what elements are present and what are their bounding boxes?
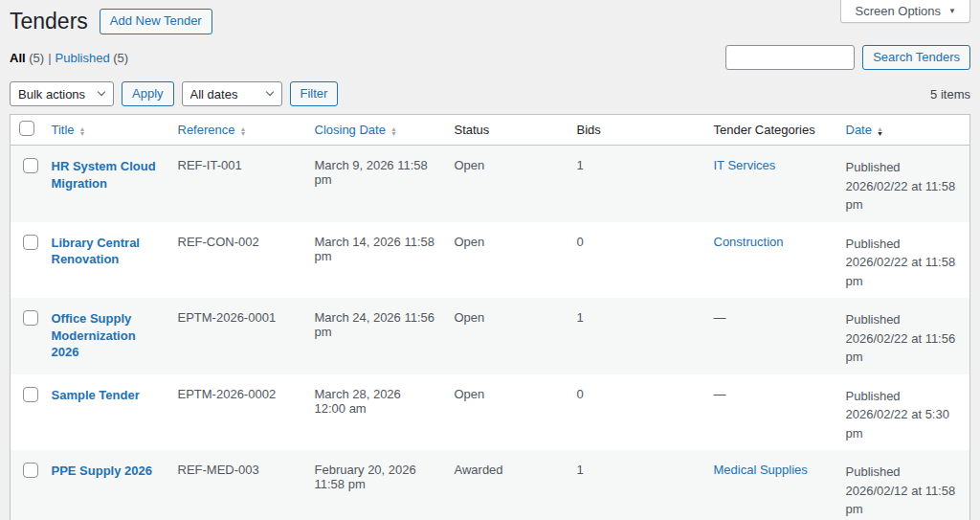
dates-select-wrap: All dates (182, 81, 282, 106)
search-box: Search Tenders (725, 45, 970, 70)
bids-cell: 0 (568, 222, 704, 299)
bulk-actions-select[interactable]: Bulk actions (10, 81, 114, 106)
publish-date: 2026/02/22 at 11:58 pm (846, 253, 961, 290)
view-filter-links: All (5)|Published (5) (10, 51, 128, 65)
bids-cell: 1 (568, 298, 704, 374)
table-row: Sample Tender EPTM-2026-0002 March 28, 2… (11, 374, 970, 451)
table-row: PPE Supply 2026 REF-MED-003 February 20,… (11, 450, 970, 520)
sort-desc-icon: ▼ (239, 131, 246, 136)
reference-cell: REF-IT-001 (168, 146, 305, 222)
select-all-checkbox[interactable] (19, 121, 34, 136)
closing-date-cell: March 28, 2026 12:00 am (305, 374, 445, 451)
sort-desc-icon: ▼ (877, 131, 883, 136)
title-cell: PPE Supply 2026 (42, 450, 168, 520)
apply-button[interactable]: Apply (122, 81, 174, 106)
view-published-count: (5) (113, 51, 128, 65)
category-link: — (714, 387, 726, 401)
categories-cell: Construction (704, 222, 836, 299)
publish-status: Published (846, 387, 961, 406)
date-cell: Published 2026/02/22 at 11:56 pm (836, 298, 970, 374)
closing-date-cell: March 14, 2026 11:58 pm (305, 222, 445, 299)
bids-cell: 1 (568, 450, 704, 520)
add-new-tender-button[interactable]: Add New Tender (100, 9, 212, 34)
search-tenders-button[interactable]: Search Tenders (862, 45, 970, 70)
row-checkbox[interactable] (23, 310, 38, 326)
date-cell: Published 2026/02/22 at 11:58 pm (836, 222, 970, 299)
sort-icon: ▲▼ (877, 126, 883, 136)
publish-date: 2026/02/12 at 11:58 pm (846, 482, 961, 519)
view-link-published[interactable]: Published (5) (56, 51, 129, 65)
page-header: Tenders Add New Tender (10, 6, 970, 37)
categories-cell: IT Services (704, 146, 836, 222)
row-checkbox[interactable] (23, 387, 38, 402)
status-cell: Awarded (445, 450, 568, 520)
status-cell: Open (445, 146, 568, 222)
column-header-categories: Tender Categories (704, 115, 836, 146)
tender-title-link[interactable]: HR System Cloud Migration (52, 159, 156, 191)
status-cell: Open (445, 222, 568, 299)
sort-icon: ▲▼ (239, 126, 246, 136)
category-link[interactable]: Construction (714, 235, 784, 249)
view-published-label: Published (56, 51, 110, 65)
date-cell: Published 2026/02/22 at 11:58 pm (836, 146, 970, 222)
sort-desc-icon: ▼ (79, 131, 86, 136)
column-header-status: Status (445, 115, 568, 146)
date-cell: Published 2026/02/22 at 5:30 pm (836, 374, 970, 451)
tablenav-top: Bulk actions Apply All dates Filter 5 it… (10, 81, 970, 106)
view-all-count: (5) (29, 51, 44, 65)
tender-title-link[interactable]: Office Supply Modernization 2026 (52, 311, 136, 359)
screen-options-label: Screen Options (855, 4, 941, 18)
row-checkbox[interactable] (23, 158, 38, 173)
category-link[interactable]: Medical Supplies (714, 463, 808, 477)
screen-options-button[interactable]: Screen Options ▼ (840, 0, 970, 23)
bids-cell: 0 (568, 374, 704, 451)
publish-status: Published (846, 235, 961, 254)
reference-cell: REF-CON-002 (168, 222, 305, 299)
publish-status: Published (846, 463, 961, 482)
column-header-reference[interactable]: Reference▲▼ (178, 123, 247, 137)
closing-date-cell: March 9, 2026 11:58 pm (305, 146, 445, 222)
title-cell: HR System Cloud Migration (42, 146, 168, 222)
row-checkbox[interactable] (23, 235, 38, 250)
categories-cell: Medical Supplies (704, 450, 836, 520)
table-row: Office Supply Modernization 2026 EPTM-20… (11, 298, 970, 374)
bids-cell: 1 (568, 146, 704, 222)
closing-date-cell: February 20, 2026 11:58 pm (305, 450, 445, 520)
column-header-date[interactable]: Date▲▼ (846, 123, 883, 137)
row-checkbox[interactable] (23, 463, 38, 478)
table-header: Title▲▼ Reference▲▼ Closing Date▲▼ Statu… (11, 115, 970, 146)
tender-title-link[interactable]: Library Central Renovation (52, 236, 140, 267)
tablenav-top-actions: Bulk actions Apply All dates Filter (10, 81, 338, 106)
search-input[interactable] (725, 45, 855, 70)
items-count: 5 items (930, 87, 970, 102)
view-link-all[interactable]: All (5) (10, 51, 44, 65)
sort-icon: ▲▼ (390, 126, 397, 136)
view-all-label: All (10, 51, 26, 65)
publish-date: 2026/02/22 at 11:56 pm (846, 329, 961, 367)
date-cell: Published 2026/02/12 at 11:58 pm (836, 450, 970, 520)
reference-cell: REF-MED-003 (168, 450, 305, 520)
filter-button[interactable]: Filter (290, 81, 339, 106)
title-cell: Sample Tender (42, 374, 168, 451)
closing-date-cell: March 24, 2026 11:56 pm (305, 298, 445, 374)
views-separator: | (48, 51, 51, 65)
tender-title-link[interactable]: PPE Supply 2026 (52, 463, 153, 478)
dates-filter-select[interactable]: All dates (182, 81, 282, 106)
table-row: Library Central Renovation REF-CON-002 M… (11, 222, 970, 299)
bulk-actions-select-wrap: Bulk actions (10, 81, 114, 106)
page-title: Tenders (10, 6, 88, 37)
publish-status: Published (846, 310, 961, 329)
sort-icon: ▲▼ (79, 126, 86, 136)
publish-status: Published (846, 158, 961, 177)
categories-cell: — (704, 298, 836, 374)
tenders-table: Title▲▼ Reference▲▼ Closing Date▲▼ Statu… (10, 114, 970, 520)
column-header-closing-date[interactable]: Closing Date▲▼ (315, 123, 397, 137)
column-header-title[interactable]: Title▲▼ (52, 123, 86, 137)
category-link: — (714, 310, 726, 325)
status-cell: Open (445, 298, 568, 374)
category-link[interactable]: IT Services (714, 158, 776, 172)
reference-cell: EPTM-2026-0002 (168, 374, 305, 451)
publish-date: 2026/02/22 at 11:58 pm (846, 177, 961, 215)
tender-title-link[interactable]: Sample Tender (52, 388, 140, 402)
table-row: HR System Cloud Migration REF-IT-001 Mar… (11, 146, 970, 222)
